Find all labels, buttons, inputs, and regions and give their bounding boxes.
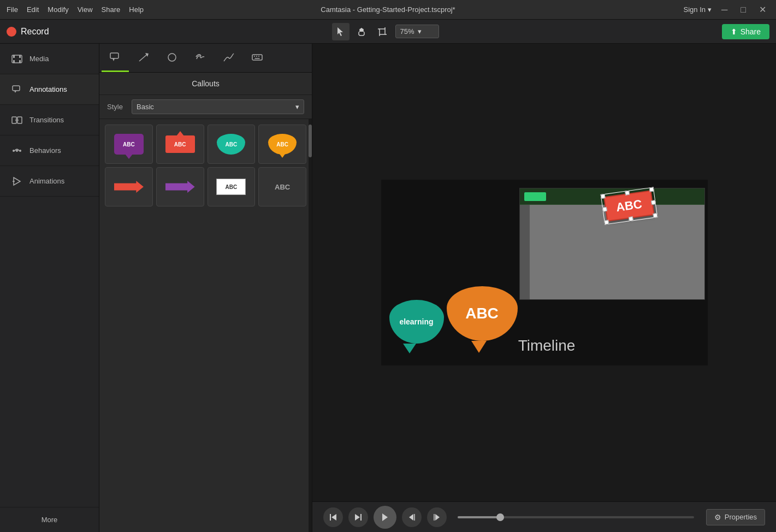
timeline-watermark-text: Timeline — [518, 337, 576, 354]
select-tool-button[interactable] — [332, 23, 350, 40]
sidebar-animations-label: Animations — [29, 177, 64, 185]
prev-frame-icon — [408, 513, 416, 521]
menu-modify[interactable]: Modify — [48, 5, 68, 14]
step-forward-button[interactable] — [348, 507, 368, 527]
tab-annotations[interactable] — [102, 44, 129, 72]
properties-label: Properties — [725, 513, 757, 521]
sidebar-item-media[interactable]: Media — [0, 44, 99, 74]
svg-rect-10 — [19, 60, 21, 63]
svg-rect-11 — [13, 86, 20, 91]
style-select[interactable]: Basic ▾ — [132, 99, 304, 114]
menu-view[interactable]: View — [78, 5, 93, 14]
tool-group — [332, 23, 391, 40]
next-frame-button[interactable] — [427, 507, 447, 527]
svg-point-17 — [16, 150, 18, 152]
svg-marker-32 — [331, 514, 336, 521]
blur-tab-icon — [194, 51, 206, 63]
callout-white-box[interactable]: ABC — [208, 167, 256, 206]
sidebar-item-behaviors[interactable]: Behaviors — [0, 135, 99, 166]
film-icon — [11, 53, 23, 65]
svg-point-16 — [13, 150, 15, 152]
menu-share[interactable]: Share — [102, 5, 121, 14]
menu-edit[interactable]: Edit — [27, 5, 39, 14]
progress-fill — [458, 516, 500, 518]
menu-bar: File Edit Modify View Share Help — [7, 5, 144, 14]
maximize-button[interactable]: □ — [737, 4, 749, 16]
minimize-button[interactable]: ─ — [718, 4, 731, 16]
svg-rect-33 — [360, 514, 362, 521]
tab-keyboard[interactable] — [244, 44, 271, 72]
yellow-cloud-preview-shape: ABC — [447, 286, 518, 341]
red-arrow-shape — [114, 181, 144, 193]
share-label: Share — [741, 27, 761, 36]
callout-yellow-cloud[interactable]: ABC — [258, 125, 306, 164]
callout-plain-text[interactable]: ABC — [258, 167, 306, 206]
arrow-tab-icon — [138, 51, 150, 63]
step-forward-icon — [354, 513, 362, 521]
svg-marker-35 — [382, 513, 388, 521]
callout-purple-arrow[interactable] — [156, 167, 204, 206]
sidebar-more-label: More — [42, 516, 58, 524]
svg-marker-22 — [112, 58, 115, 61]
sidebar-item-annotations[interactable]: Annotations — [0, 74, 99, 105]
play-button[interactable] — [374, 506, 396, 529]
purple-speech-shape: ABC — [114, 134, 144, 155]
white-box-shape: ABC — [216, 179, 246, 195]
share-icon: ⬆ — [731, 27, 737, 36]
handle-right — [651, 200, 656, 205]
sidebar-more-button[interactable]: More — [0, 507, 99, 532]
tab-shape[interactable] — [158, 44, 186, 72]
svg-marker-0 — [337, 27, 343, 36]
crop-icon — [377, 27, 387, 37]
panel-scrollbar[interactable] — [309, 119, 312, 532]
panel-title: Callouts — [99, 73, 312, 95]
callout-tab-icon — [109, 51, 121, 63]
callout-purple-speech[interactable]: ABC — [105, 125, 153, 164]
svg-marker-24 — [145, 53, 149, 57]
preview-background: elearning ABC ABC — [381, 180, 708, 365]
zoom-chevron-icon: ▾ — [418, 27, 422, 36]
cursor-icon — [336, 27, 346, 37]
prev-frame-button[interactable] — [402, 507, 422, 527]
pan-tool-button[interactable] — [353, 23, 370, 40]
callout-teal-cloud[interactable]: ABC — [208, 125, 256, 164]
menu-file[interactable]: File — [7, 5, 18, 14]
playback-bar: 00:25 / 02:38 ⚙ Properties — [312, 501, 776, 532]
yellow-cloud-tail — [471, 341, 487, 353]
sidebar-transitions-label: Transitions — [29, 116, 64, 124]
step-back-button[interactable] — [323, 507, 343, 527]
svg-rect-8 — [19, 55, 21, 58]
properties-button[interactable]: ⚙ Properties — [706, 509, 765, 525]
sidebar-item-transitions[interactable]: Transitions — [0, 105, 99, 135]
annotation-icon — [11, 84, 23, 96]
progress-bar[interactable] — [458, 516, 694, 518]
tab-arrow[interactable] — [130, 44, 157, 72]
tab-blur[interactable] — [187, 44, 214, 72]
plain-text-shape: ABC — [275, 183, 290, 191]
style-label: Style — [107, 103, 126, 111]
svg-point-18 — [19, 150, 21, 152]
record-button[interactable]: Record — [7, 27, 49, 37]
signin-button[interactable]: Sign In ▾ — [684, 5, 712, 14]
close-button[interactable]: ✕ — [756, 3, 769, 16]
next-frame-icon — [433, 513, 441, 521]
style-row: Style Basic ▾ — [99, 95, 312, 119]
share-button[interactable]: ⬆ Share — [722, 24, 769, 39]
progress-thumb[interactable] — [496, 513, 504, 521]
transitions-icon — [11, 114, 23, 126]
record-dot-icon — [7, 27, 16, 37]
callout-red-arrow[interactable] — [105, 167, 153, 206]
zoom-selector[interactable]: 75% ▾ — [395, 25, 439, 38]
menu-help[interactable]: Help — [129, 5, 144, 14]
crop-tool-button[interactable] — [374, 23, 391, 40]
tab-line[interactable] — [215, 44, 242, 72]
animations-icon — [11, 175, 23, 187]
style-value: Basic — [137, 103, 154, 111]
behaviors-icon — [11, 145, 23, 157]
svg-rect-26 — [252, 55, 262, 60]
handle-tr — [649, 187, 654, 192]
handle-top — [625, 191, 630, 196]
sidebar-item-animations[interactable]: Animations — [0, 166, 99, 197]
titlebar: File Edit Modify View Share Help Camtasi… — [0, 0, 776, 20]
callout-red-speech-up[interactable]: ABC — [156, 125, 204, 164]
